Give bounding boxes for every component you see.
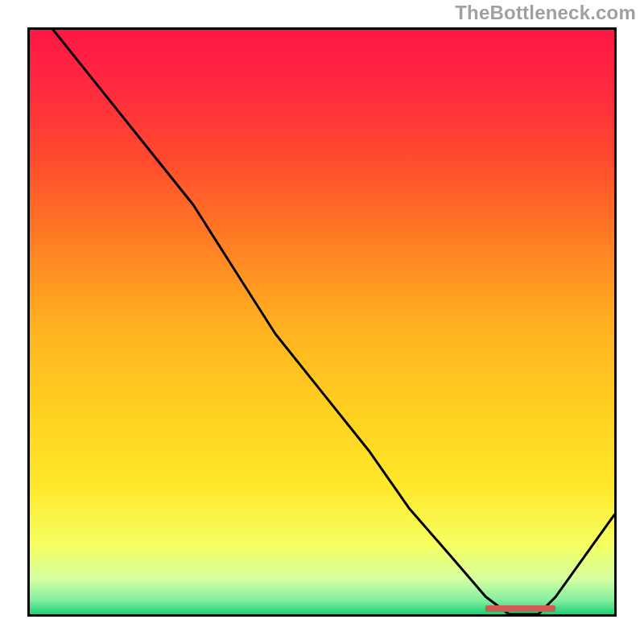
chart-frame: [27, 27, 617, 617]
optimal-range-marker: [485, 605, 555, 612]
watermark-text: TheBottleneck.com: [455, 2, 636, 24]
chart-svg: [30, 30, 614, 614]
gradient-background: [30, 30, 614, 614]
